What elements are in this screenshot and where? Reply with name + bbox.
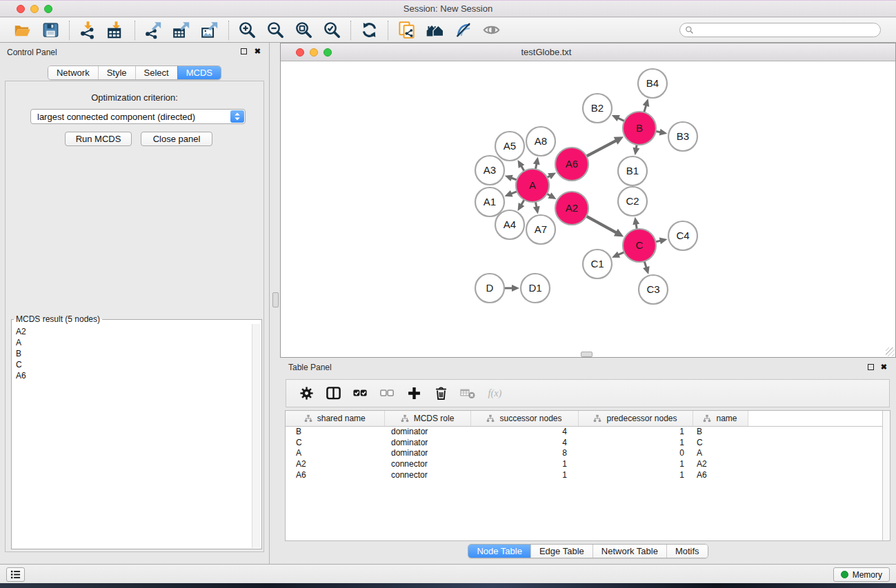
graph-edge-B-B2[interactable] [612,115,625,121]
zoom-selected-button[interactable] [318,19,346,41]
graph-node-B4[interactable]: B4 [638,69,667,98]
graph-node-A8[interactable]: A8 [526,127,555,156]
graph-node-A4[interactable]: A4 [495,210,524,239]
table-row[interactable]: Cdominator41C [286,437,890,448]
table-cell[interactable]: dominator [384,447,470,458]
show-graphics-details-button[interactable] [449,19,477,41]
table-cell[interactable]: 4 [470,437,578,448]
graph-edge-B-B1[interactable] [633,144,639,156]
graph-edge-A-A5[interactable] [518,160,525,172]
table-row[interactable]: A6connector11A6 [286,469,890,480]
graph-node-A6[interactable]: A6 [555,148,588,181]
close-panel-icon[interactable]: ✖ [255,46,261,56]
graph-node-A2[interactable]: A2 [555,192,588,225]
table-cell[interactable]: 1 [470,458,578,469]
mcds-result-item[interactable]: C [16,359,251,370]
graph-edge-C-C1[interactable] [612,252,625,258]
memory-button[interactable]: Memory [833,567,890,582]
run-mcds-button[interactable]: Run MCDS [65,132,132,146]
graph-edge-A-A4[interactable] [518,199,525,211]
horizontal-splitter-grip[interactable] [581,352,593,357]
mcds-result-item[interactable]: A6 [16,370,251,381]
maximize-network-window-button[interactable] [323,48,332,57]
column-header-shared-name[interactable]: shared name [286,411,384,426]
export-network-button[interactable] [139,19,168,41]
deselect-all-columns-button[interactable] [379,385,395,401]
graph-node-A[interactable]: A [516,169,549,202]
column-header-successor-nodes[interactable]: successor nodes [470,411,578,426]
tab-style[interactable]: Style [98,66,135,79]
table-cell[interactable]: A2 [286,458,384,469]
graph-edge-D-D1[interactable] [504,285,519,292]
split-columns-button[interactable] [326,385,341,401]
table-cell[interactable]: 1 [578,437,693,448]
first-neighbors-button[interactable] [421,19,449,41]
mcds-result-item[interactable]: A [16,337,251,348]
table-cell[interactable]: B [693,426,748,437]
graph-edge-C-C3[interactable] [643,261,650,274]
table-cell[interactable]: 1 [578,426,693,437]
import-table-button[interactable] [102,19,130,41]
network-canvas[interactable]: B4B2BB3A8A5A6A3B1AC2A1A2A4A7C4CC1C3DD1 [281,62,895,357]
graph-edge-C-C2[interactable] [633,217,639,230]
vertical-splitter-grip[interactable] [272,292,279,307]
table-cell[interactable]: A6 [693,469,748,480]
import-network-button[interactable] [74,19,102,41]
graph-node-B1[interactable]: B1 [618,156,647,185]
zoom-out-button[interactable] [261,19,290,41]
scrollbar-track[interactable] [252,324,261,548]
graph-node-A5[interactable]: A5 [495,132,524,161]
table-cell[interactable]: C [286,437,384,448]
table-cell[interactable]: 4 [470,426,578,437]
delete-table-button[interactable] [460,385,476,401]
open-session-button[interactable] [8,19,37,41]
graph-node-B2[interactable]: B2 [583,94,612,123]
table-row[interactable]: Bdominator41B [286,426,890,437]
graph-node-A7[interactable]: A7 [526,215,555,244]
column-header-predecessor-nodes[interactable]: predecessor nodes [578,411,693,426]
graph-edge-A-A7[interactable] [533,201,540,214]
table-cell[interactable]: A [286,447,384,458]
graph-edge-A2-C[interactable] [586,216,624,236]
graph-node-A1[interactable]: A1 [475,187,504,216]
add-column-button[interactable] [406,385,422,401]
graph-node-C4[interactable]: C4 [668,221,697,250]
table-cell[interactable]: 1 [578,458,693,469]
criterion-dropdown[interactable]: largest connected component (directed) [30,109,246,124]
tab-network[interactable]: Network [48,66,98,79]
graph-node-C1[interactable]: C1 [583,250,612,278]
table-tab-network-table[interactable]: Network Table [593,545,666,558]
float-table-panel-icon[interactable] [868,364,874,370]
tab-select[interactable]: Select [135,66,177,79]
select-all-columns-button[interactable] [352,385,368,401]
refresh-layout-button[interactable] [355,19,384,41]
task-history-button[interactable] [6,567,25,582]
mcds-result-item[interactable]: A2 [16,326,251,337]
graph-edge-A-A1[interactable] [504,190,517,196]
mcds-result-item[interactable]: B [16,348,251,359]
graph-edge-C-C4[interactable] [655,237,667,244]
gear-button[interactable] [299,385,315,401]
graph-node-C3[interactable]: C3 [639,275,668,304]
graph-node-D1[interactable]: D1 [521,274,550,303]
save-session-button[interactable] [37,19,65,41]
export-image-button[interactable] [196,19,224,41]
table-cell[interactable]: dominator [384,426,470,437]
table-cell[interactable]: A [693,447,748,458]
table-cell[interactable]: connector [384,458,470,469]
export-table-button[interactable] [168,19,196,41]
graph-node-C2[interactable]: C2 [618,187,647,216]
clone-network-button[interactable] [392,19,421,41]
table-tab-node-table[interactable]: Node Table [468,545,530,558]
table-scrollbar-track[interactable] [882,411,890,540]
table-cell[interactable]: A2 [693,458,748,469]
graph-edge-A-A3[interactable] [505,175,518,181]
graph-edge-A6-B[interactable] [586,136,624,156]
table-cell[interactable]: dominator [384,437,470,448]
table-tab-edge-table[interactable]: Edge Table [530,545,593,558]
search-input[interactable] [694,25,880,35]
tab-mcds[interactable]: MCDS [177,66,221,79]
table-row[interactable]: A2connector11A2 [286,458,890,469]
table-cell[interactable]: A6 [286,469,384,480]
graph-edge-A-A8[interactable] [533,157,540,170]
